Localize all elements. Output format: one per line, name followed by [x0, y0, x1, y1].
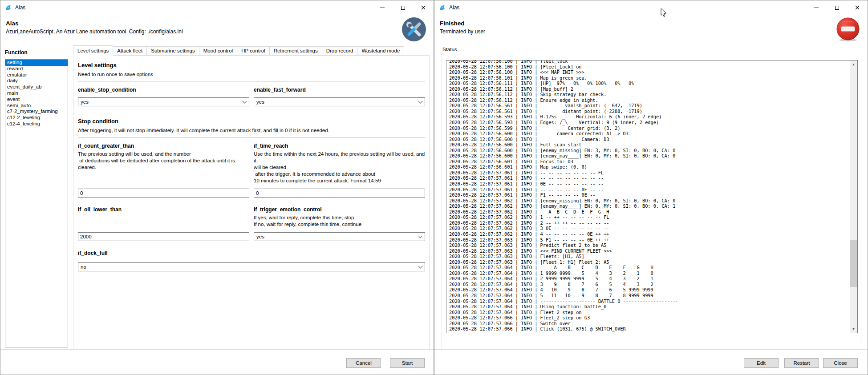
titlebar[interactable]: Alas	[434, 0, 868, 15]
function-list[interactable]: setting reward emulator daily event_dail…	[5, 59, 68, 347]
stop-condition-title: Stop condition	[78, 118, 425, 125]
field-label: if_time_reach	[254, 143, 425, 149]
maximize-button[interactable]	[827, 0, 847, 15]
chevron-down-icon	[418, 234, 423, 238]
log-line: 2020-05-28 12:07:56.100 | INFO | fleet_l…	[449, 60, 849, 64]
close-icon	[855, 5, 860, 10]
edit-button[interactable]: Edit	[744, 358, 779, 368]
tab[interactable]: Level settings	[73, 45, 113, 56]
function-list-item[interactable]: c12-2_leveling	[5, 115, 68, 121]
log-line: 2020-05-28 12:07:57.062 | INFO | 2 -- ++…	[449, 220, 849, 226]
log-output: 2020-05-28 12:07:56.100 | INFO | fleet_l…	[449, 60, 849, 333]
maximize-button[interactable]	[393, 0, 413, 15]
function-list-item[interactable]: c7-2_mystery_farming	[5, 109, 68, 115]
close-button[interactable]	[413, 0, 434, 15]
stop-condition-desc: After triggering, it will not stop immed…	[78, 128, 425, 133]
chevron-down-icon	[418, 264, 423, 268]
cancel-button[interactable]: Cancel	[346, 358, 381, 368]
tab[interactable]: Drop record	[322, 46, 358, 56]
function-list-item[interactable]: c12-4_leveling	[5, 121, 68, 127]
function-list-item[interactable]: main	[5, 90, 68, 97]
select-value: yes	[256, 234, 419, 239]
maximize-icon	[401, 6, 405, 10]
select-value: no	[81, 264, 419, 270]
log-line: 2020-05-28 12:07:56.593 | INFO | 0.175s …	[449, 114, 849, 120]
enable-stop-condition-select[interactable]: yes	[78, 97, 249, 106]
log-line: 2020-05-28 12:07:57.061 | INFO | -- -- -…	[449, 170, 849, 176]
log-line: 2020-05-28 12:07:57.064 | INFO | Fleet 2…	[449, 310, 849, 315]
log-line: 2020-05-28 12:07:57.064 | INFO | 3 9 8 7…	[449, 282, 849, 287]
log-line: 2020-05-28 12:07:56.112 | INFO | Skip st…	[449, 92, 849, 97]
if-time-reach-input[interactable]	[254, 189, 425, 198]
minimize-button[interactable]	[372, 0, 393, 15]
start-button[interactable]: Start	[390, 358, 425, 368]
log-footer: Edit Restart Close	[434, 349, 868, 375]
if-count-greater-than-input[interactable]	[78, 189, 249, 198]
log-line: 2020-05-28 12:07:57.061 | INFO | -- -- -…	[449, 187, 849, 193]
field-label: if_oil_lower_than	[78, 206, 249, 213]
log-line: 2020-05-28 12:07:56.600 | INFO | [enemy_…	[449, 153, 849, 159]
section-desc: Need to run once to save options	[78, 72, 425, 77]
window-title: Alas	[15, 4, 25, 11]
log-line: 2020-05-28 12:07:57.063 | INFO | <<< FIN…	[449, 248, 849, 254]
chevron-down-icon	[418, 99, 423, 103]
log-line: 2020-05-28 12:07:57.063 | INFO | 5 F1 --…	[449, 237, 849, 243]
scroll-down-icon[interactable]: ▼	[850, 325, 857, 333]
log-line: 2020-05-28 12:07:57.064 | INFO | 4 10 9 …	[449, 287, 849, 293]
function-list-item[interactable]: setting	[5, 60, 68, 66]
select-value: yes	[256, 99, 419, 105]
if-dock-full-select[interactable]: no	[78, 262, 425, 271]
alas-log-window: Alas Finished Terminated by user Status	[434, 0, 868, 375]
log-scrollbar[interactable]: ▲ ▼	[850, 60, 857, 333]
log-line: 2020-05-28 12:07:56.600 | INFO | Full sc…	[449, 142, 849, 148]
close-icon	[421, 5, 426, 10]
close-button[interactable]	[847, 0, 868, 15]
function-list-item[interactable]: event_daily_ab	[5, 84, 68, 90]
field-desc: If yes, wait for reply, complete this ti…	[254, 214, 425, 228]
log-line: 2020-05-28 12:07:57.062 | INFO | A B C D…	[449, 209, 849, 215]
app-logo-icon	[5, 4, 12, 11]
function-list-item[interactable]: event	[5, 97, 68, 103]
log-line: 2020-05-28 12:07:56.561 | INFO | vanish_…	[449, 103, 849, 109]
minimize-button[interactable]	[806, 0, 827, 15]
log-line: 2020-05-28 12:07:57.066 | INFO | Click (…	[449, 326, 849, 332]
status-subtitle: Terminated by user	[440, 28, 862, 35]
tab-bar: Level settings Attack fleet Submarine se…	[73, 46, 430, 56]
tab[interactable]: HP control	[237, 46, 269, 56]
function-list-item[interactable]: semi_auto	[5, 103, 68, 109]
tab[interactable]: Retirement settings	[270, 46, 322, 56]
log-line: 2020-05-28 12:07:57.062 | INFO | [enemy_…	[449, 198, 849, 204]
scroll-up-icon[interactable]: ▲	[850, 60, 857, 68]
function-list-item[interactable]: reward	[5, 66, 68, 72]
log-line: 2020-05-28 12:07:57.062 | INFO | [enemy_…	[449, 203, 849, 209]
log-line: 2020-05-28 12:07:57.062 | INFO | 3 0E --…	[449, 226, 849, 231]
settings-main: Level settings Attack fleet Submarine se…	[73, 46, 430, 350]
function-list-item[interactable]: emulator	[5, 72, 68, 78]
field-label: enable_fast_forward	[254, 87, 425, 93]
field-desc: The previous setting will be used, and t…	[78, 151, 249, 171]
tab[interactable]: Mood control	[199, 46, 237, 56]
page-title: Alas	[6, 20, 428, 27]
tab[interactable]: Attack fleet	[113, 46, 147, 56]
field-label: if_dock_full	[78, 250, 425, 256]
close-action-button[interactable]: Close	[823, 358, 858, 368]
tab[interactable]: Wasteland mode	[357, 46, 404, 56]
log-line: 2020-05-28 12:07:56.101 | INFO | Map is …	[449, 75, 849, 81]
restart-button[interactable]: Restart	[784, 358, 819, 368]
log-line: 2020-05-28 12:07:57.063 | INFO | Predict…	[449, 242, 849, 248]
function-list-item[interactable]: daily	[5, 78, 68, 84]
tools-icon	[402, 17, 426, 42]
divider	[78, 81, 425, 81]
scrollbar-thumb[interactable]	[850, 240, 857, 287]
titlebar[interactable]: Alas	[0, 0, 434, 15]
if-trigger-emotion-control-select[interactable]: yes	[254, 232, 425, 241]
enable-fast-forward-select[interactable]: yes	[254, 97, 425, 106]
log-line: 2020-05-28 12:07:56.600 | INFO | Camera:…	[449, 137, 849, 142]
form-row-dock: if_dock_full no	[78, 250, 425, 271]
log-line: 2020-05-28 12:07:56.593 | INFO | Edges: …	[449, 120, 849, 125]
log-line: 2020-05-28 12:07:57.061 | INFO | F1 -- -…	[449, 192, 849, 198]
log-viewport[interactable]: 2020-05-28 12:07:56.100 | INFO | fleet_l…	[446, 60, 858, 333]
tab[interactable]: Submarine settings	[147, 46, 199, 56]
if-oil-lower-than-input[interactable]	[78, 232, 249, 241]
page-subtitle: AzurLaneAutoScript, An Azur Lane automat…	[6, 28, 428, 35]
